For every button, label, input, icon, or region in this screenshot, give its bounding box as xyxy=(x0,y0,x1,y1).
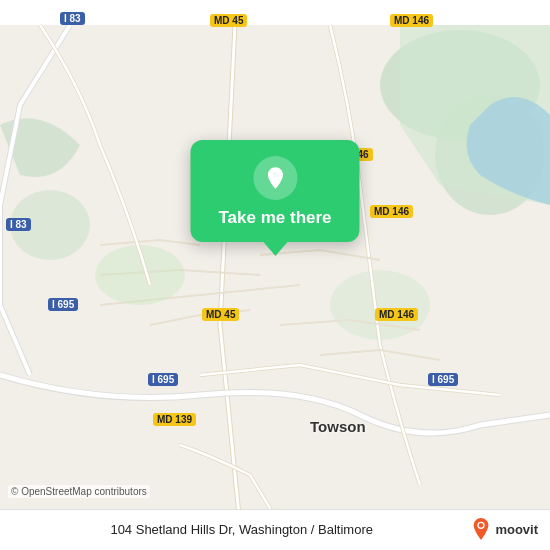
bottom-bar: 104 Shetland Hills Dr, Washington / Balt… xyxy=(0,509,550,550)
badge-i83-left: I 83 xyxy=(6,218,31,231)
map-container: I 83 MD 45 MD 146 146 MD 146 I 83 I 695 … xyxy=(0,0,550,550)
badge-md139: MD 139 xyxy=(153,413,196,426)
moovit-text: moovit xyxy=(495,522,538,537)
badge-i695-mid: I 695 xyxy=(48,298,78,311)
popup-bubble[interactable]: Take me there xyxy=(190,140,359,242)
location-popup[interactable]: Take me there xyxy=(190,140,359,256)
popup-label[interactable]: Take me there xyxy=(218,208,331,228)
osm-attribution: © OpenStreetMap contributors xyxy=(8,485,150,498)
badge-md146-top: MD 146 xyxy=(390,14,433,27)
map-background xyxy=(0,0,550,550)
popup-tail xyxy=(263,242,287,256)
moovit-logo: moovit xyxy=(471,518,538,540)
badge-md45-mid: MD 45 xyxy=(202,308,239,321)
towson-label: Towson xyxy=(310,418,366,435)
address-label: 104 Shetland Hills Dr, Washington / Balt… xyxy=(12,522,471,537)
location-pin-icon xyxy=(253,156,297,200)
badge-i83-top: I 83 xyxy=(60,12,85,25)
badge-md146-mid2: MD 146 xyxy=(370,205,413,218)
badge-i695-bot2: I 695 xyxy=(428,373,458,386)
badge-md146-bot: MD 146 xyxy=(375,308,418,321)
badge-md45-top: MD 45 xyxy=(210,14,247,27)
badge-i695-bot1: I 695 xyxy=(148,373,178,386)
svg-point-8 xyxy=(479,523,484,528)
